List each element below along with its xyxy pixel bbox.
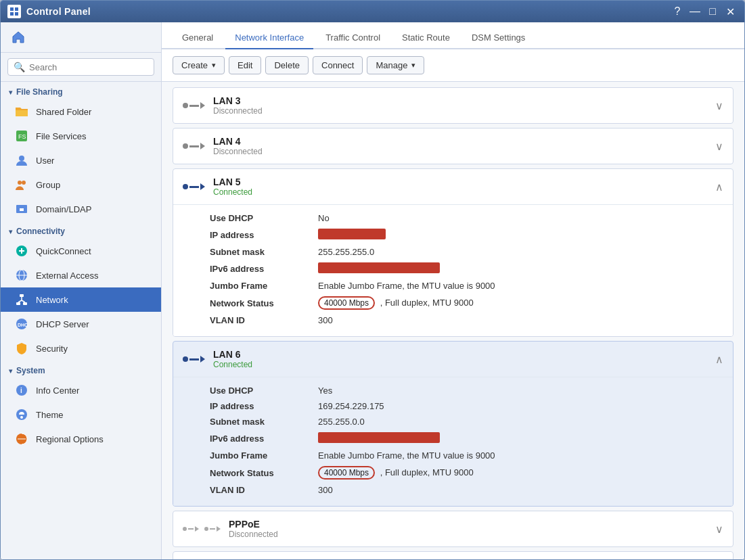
search-input[interactable] <box>29 62 148 72</box>
lan5-header[interactable]: LAN 5 Connected ∧ <box>173 169 733 204</box>
svg-rect-3 <box>15 12 18 16</box>
sidebar-item-label: Domain/LDAP <box>36 204 91 214</box>
sidebar-item-theme[interactable]: Theme <box>1 402 161 427</box>
edit-button[interactable]: Edit <box>229 56 261 74</box>
tab-network-interface[interactable]: Network Interface <box>225 27 313 49</box>
lan6-use-dhcp-row: Use DHCP Yes <box>210 383 723 398</box>
svg-rect-10 <box>20 208 24 211</box>
lan5-vlan-label: VLAN ID <box>210 315 318 325</box>
disconnected-icon <box>183 143 205 149</box>
lan6-vlan-value: 300 <box>318 485 333 495</box>
speed-badge: 40000 Mbps <box>318 296 375 310</box>
lan4-name-block: LAN 4 Disconnected <box>213 136 715 156</box>
pppoe-header[interactable]: PPPoE Disconnected ∨ <box>173 511 733 546</box>
sidebar-item-group[interactable]: Group <box>1 172 161 197</box>
title-bar: Control Panel ? — □ ✕ <box>1 1 744 22</box>
svg-rect-1 <box>15 7 18 11</box>
lan6-subnet-row: Subnet mask 255.255.0.0 <box>210 414 723 429</box>
lan6-status-row: Network Status 40000 Mbps , Full duplex,… <box>210 463 723 482</box>
redacted-ipv6-bar-lan6 <box>318 432 440 443</box>
file-services-icon: FS <box>14 129 29 143</box>
lan6-ipv6-label: IPv6 address <box>210 434 318 444</box>
restore-button[interactable]: □ <box>705 4 720 19</box>
user-icon <box>14 153 29 168</box>
lan5-vlan-row: VLAN ID 300 <box>210 312 723 328</box>
help-button[interactable]: ? <box>670 4 685 19</box>
sidebar-item-label: QuickConnect <box>36 246 91 256</box>
sidebar-item-regional[interactable]: Regional Options <box>1 427 161 451</box>
create-button[interactable]: Create <box>173 56 225 74</box>
lan5-chevron-icon: ∧ <box>715 181 723 193</box>
ipv6-tunneling-item: IPv6 Tunneling Disconnected ∨ <box>173 551 733 559</box>
redacted-ip-bar <box>318 229 386 239</box>
lan6-ipv6-row: IPv6 address <box>210 429 723 448</box>
lan5-name-block: LAN 5 Connected <box>213 177 715 197</box>
sidebar-item-security[interactable]: Security <box>1 336 161 360</box>
tab-dsm-settings[interactable]: DSM Settings <box>462 27 535 49</box>
lan5-ipv6-row: IPv6 address <box>210 260 723 278</box>
lan5-item: LAN 5 Connected ∧ Use DHCP No IP address <box>173 168 733 337</box>
lan5-ip-row: IP address <box>210 226 723 244</box>
sidebar-item-info-center[interactable]: i Info Center <box>1 378 161 402</box>
manage-button[interactable]: Manage <box>367 56 424 74</box>
lan5-status: Connected <box>213 187 715 197</box>
window-title: Control Panel <box>26 6 91 17</box>
sidebar-item-quickconnect[interactable]: QuickConnect <box>1 239 161 263</box>
theme-icon <box>14 407 29 422</box>
lan6-item: LAN 6 Connected ∧ Use DHCP Yes IP addres… <box>173 341 733 507</box>
connect-button[interactable]: Connect <box>313 56 363 74</box>
section-connectivity[interactable]: ▾ Connectivity <box>1 221 161 239</box>
lan6-vlan-label: VLAN ID <box>210 485 318 495</box>
lan3-connector <box>183 102 205 109</box>
lan5-ipv6-label: IPv6 address <box>210 264 318 274</box>
lan4-chevron-icon: ∨ <box>715 140 723 153</box>
ppp-connector-icon <box>183 526 221 532</box>
lan5-use-dhcp-value: No <box>318 213 330 223</box>
lan6-ip-value: 169.254.229.175 <box>318 401 384 411</box>
sidebar-item-label: Security <box>36 344 68 354</box>
toolbar: Create Edit Delete Connect Manage <box>162 49 744 82</box>
lan3-header[interactable]: LAN 3 Disconnected ∨ <box>173 88 733 123</box>
sidebar-item-label: External Access <box>36 271 99 281</box>
tab-static-route[interactable]: Static Route <box>392 27 459 49</box>
lan5-subnet-label: Subnet mask <box>210 247 318 257</box>
lan6-ip-label: IP address <box>210 401 318 411</box>
lan6-jumbo-row: Jumbo Frame Enable Jumbo Frame, the MTU … <box>210 448 723 463</box>
svg-rect-17 <box>23 302 27 305</box>
app-icon <box>7 5 21 18</box>
lan6-details: Use DHCP Yes IP address 169.254.229.175 … <box>173 377 733 506</box>
section-system[interactable]: ▾ System <box>1 360 161 378</box>
lan6-connector <box>183 356 205 363</box>
search-box[interactable]: 🔍 <box>7 58 154 76</box>
sidebar-item-label: Regional Options <box>36 434 104 444</box>
sidebar-item-dhcp[interactable]: DHCP DHCP Server <box>1 312 161 336</box>
lan3-item: LAN 3 Disconnected ∨ <box>173 87 733 124</box>
lan5-details: Use DHCP No IP address Subnet mask 255.2… <box>173 204 733 336</box>
sidebar-item-network[interactable]: Network <box>1 287 161 312</box>
ipv6-tunneling-header[interactable]: IPv6 Tunneling Disconnected ∨ <box>173 552 733 559</box>
sidebar-item-domain[interactable]: Domain/LDAP <box>1 197 161 221</box>
sidebar-item-external-access[interactable]: External Access <box>1 263 161 287</box>
sidebar-item-file-services[interactable]: FS File Services <box>1 124 161 148</box>
main-content: 🔍 ▾ File Sharing Shared Folder FS File S <box>1 22 744 559</box>
lan6-header[interactable]: LAN 6 Connected ∧ <box>173 342 733 377</box>
close-button[interactable]: ✕ <box>723 4 738 19</box>
svg-line-19 <box>18 300 22 302</box>
lan4-name: LAN 4 <box>213 136 715 147</box>
delete-button[interactable]: Delete <box>265 56 309 74</box>
pppoe-status: Disconnected <box>229 530 715 539</box>
section-file-sharing[interactable]: ▾ File Sharing <box>1 82 161 99</box>
lan4-header[interactable]: LAN 4 Disconnected ∨ <box>173 129 733 164</box>
section-label: System <box>16 366 45 375</box>
sidebar-item-user[interactable]: User <box>1 148 161 172</box>
sidebar-item-shared-folder[interactable]: Shared Folder <box>1 99 161 124</box>
regional-icon <box>14 431 29 446</box>
home-button[interactable] <box>1 22 161 53</box>
minimize-button[interactable]: — <box>687 4 702 19</box>
group-icon <box>14 177 29 192</box>
home-icon <box>9 28 28 47</box>
tab-general[interactable]: General <box>173 27 223 49</box>
connected-icon <box>183 183 205 190</box>
tab-traffic-control[interactable]: Traffic Control <box>316 27 390 49</box>
lan3-name: LAN 3 <box>213 95 715 106</box>
